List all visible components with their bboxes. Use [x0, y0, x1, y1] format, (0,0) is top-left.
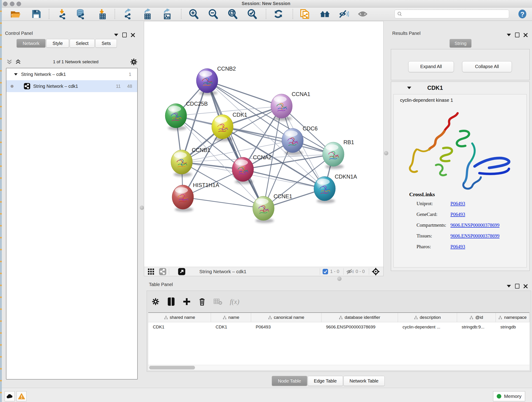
zoom-in-icon[interactable]: [188, 9, 199, 19]
search-input[interactable]: [403, 11, 504, 17]
table-options-gear-icon[interactable]: [152, 298, 160, 306]
fit-selected-crosshair-icon[interactable]: [371, 267, 380, 276]
close-panel-icon[interactable]: [524, 33, 528, 37]
column-header-namespace[interactable]: namespace: [496, 313, 530, 322]
scrollbar-thumb[interactable]: [149, 366, 195, 370]
column-header-database-identifier[interactable]: database identifier: [322, 313, 398, 322]
column-header-name[interactable]: name: [211, 313, 251, 322]
collapse-panel-icon[interactable]: [507, 285, 511, 287]
crosslink-link[interactable]: P06493: [450, 211, 465, 217]
network-row[interactable]: String Network – cdk1 11 48: [6, 80, 137, 92]
table-cell[interactable]: P06493: [251, 322, 322, 332]
network-canvas[interactable]: CCNB2CCNA1CDC25BCDK1CDC6RB1CCNB1CCNA2CDK…: [144, 21, 384, 276]
table-cell[interactable]: 9606.ENSP00000378699: [322, 322, 398, 332]
import-table-icon[interactable]: [96, 9, 107, 19]
network-view-toolbar: String Network – cdk1 1 - 0 0 - 0: [144, 267, 383, 276]
close-panel-icon[interactable]: [131, 33, 135, 37]
tab-network[interactable]: Network: [17, 39, 46, 48]
network-edge-CCNA1-CDC25B[interactable]: [176, 106, 282, 116]
network-node-CDC25B[interactable]: CDC25B: [165, 101, 208, 130]
help-icon[interactable]: ?: [517, 9, 528, 19]
network-node-CDKN1A[interactable]: CDKN1A: [314, 173, 357, 203]
table-cell[interactable]: cyclin-dependent ...: [398, 322, 457, 332]
network-view[interactable]: CCNB2CCNA1CDC25BCDK1CDC6RB1CCNB1CCNA2CDK…: [144, 21, 383, 267]
network-edge-CCNA2-CDKN1A[interactable]: [243, 169, 325, 189]
tab-node-table[interactable]: Node Table: [272, 376, 307, 386]
show-columns-icon[interactable]: [167, 297, 175, 306]
tab-network-table[interactable]: Network Table: [343, 376, 385, 386]
toolbar-separator: [49, 9, 49, 19]
hide-selected-eye-icon[interactable]: [338, 9, 349, 19]
column-header-shared-name[interactable]: shared name: [148, 313, 211, 322]
tab-edge-table[interactable]: Edge Table: [308, 376, 343, 386]
table-cell[interactable]: CDK1: [211, 322, 251, 332]
create-column-icon[interactable]: [183, 298, 191, 306]
zoom-fit-icon[interactable]: [227, 9, 238, 19]
collection-expander-icon[interactable]: [14, 73, 17, 75]
delete-column-icon[interactable]: [198, 297, 206, 306]
collapse-all-tree-icon[interactable]: [15, 59, 22, 65]
tab-sets[interactable]: Sets: [95, 39, 117, 48]
selected-nodes-checkbox-icon[interactable]: [322, 269, 328, 274]
crosslink-link[interactable]: P06493: [450, 201, 465, 206]
column-header-canonical-name[interactable]: canonical name: [251, 313, 322, 322]
tab-string[interactable]: String: [450, 39, 472, 48]
section-expander-icon[interactable]: [407, 87, 411, 89]
expand-all-tree-icon[interactable]: [6, 59, 13, 65]
table-cell[interactable]: CDK1: [148, 322, 211, 332]
network-collection-row[interactable]: String Network – cdk1 1: [6, 68, 137, 80]
expand-all-button[interactable]: Expand All: [408, 61, 454, 72]
export-table-icon[interactable]: [141, 9, 152, 19]
cloud-status-button[interactable]: [5, 391, 15, 401]
network-node-CCNE1[interactable]: CCNE1: [253, 193, 292, 223]
network-node-CCNB1[interactable]: CCNB1: [171, 147, 210, 177]
close-panel-icon[interactable]: [524, 284, 528, 288]
network-node-CCNB2[interactable]: CCNB2: [196, 65, 236, 95]
network-options-gear-icon[interactable]: [130, 58, 138, 66]
collapse-panel-icon[interactable]: [507, 34, 511, 36]
table-cell[interactable]: stringdb:9...: [457, 322, 496, 332]
network-node-CCNA1[interactable]: CCNA1: [271, 91, 310, 121]
network-node-RB1[interactable]: RB1: [323, 139, 354, 169]
tab-style[interactable]: Style: [46, 39, 69, 48]
zoom-selected-icon[interactable]: [247, 9, 257, 19]
warnings-button[interactable]: [17, 391, 27, 401]
open-in-window-icon[interactable]: [178, 268, 186, 275]
crosslink-link[interactable]: 9606.ENSP00000378699: [450, 222, 500, 228]
memory-button[interactable]: Memory: [493, 391, 525, 401]
import-network-icon[interactable]: [57, 9, 67, 19]
node-section-header[interactable]: CDK1: [391, 82, 530, 94]
right-splitter-handle[interactable]: [384, 151, 388, 155]
export-network-icon[interactable]: [122, 9, 133, 19]
table-cell[interactable]: stringdb: [496, 322, 530, 332]
network-edge-HIST1H1A-CCNE1[interactable]: [183, 197, 264, 208]
home-icon[interactable]: [320, 9, 330, 19]
collapse-all-button[interactable]: Collapse All: [462, 61, 512, 72]
network-node-HIST1H1A[interactable]: HIST1H1A: [172, 182, 219, 212]
float-panel-icon[interactable]: [122, 32, 127, 37]
float-panel-icon[interactable]: [515, 32, 519, 37]
open-session-icon[interactable]: [10, 9, 21, 19]
refresh-icon[interactable]: [273, 9, 284, 19]
column-header-description[interactable]: description: [398, 313, 457, 322]
crosslink-link[interactable]: P06493: [450, 244, 465, 249]
table-row[interactable]: CDK1CDK1P064939606.ENSP00000378699cyclin…: [148, 322, 530, 332]
clone-network-icon[interactable]: [299, 9, 310, 19]
show-all-eye-icon[interactable]: [358, 9, 368, 19]
table-horizontal-scrollbar[interactable]: [148, 365, 530, 370]
save-session-icon[interactable]: [31, 9, 41, 19]
bottom-splitter-handle[interactable]: [337, 277, 342, 281]
birds-eye-view-icon[interactable]: [147, 268, 155, 275]
import-database-icon[interactable]: [75, 9, 86, 19]
crosslink-link[interactable]: 9606.ENSP00000378699: [450, 233, 500, 239]
export-image-icon[interactable]: [161, 9, 171, 19]
column-header-@id[interactable]: @id: [457, 313, 496, 322]
zoom-out-icon[interactable]: [208, 9, 218, 19]
string-app-icon[interactable]: [159, 268, 167, 275]
left-splitter-handle[interactable]: [140, 206, 144, 210]
network-node-CCNA2[interactable]: CCNA2: [232, 154, 272, 184]
float-panel-icon[interactable]: [515, 284, 519, 288]
network-edge-CCNB2-CCNE1[interactable]: [207, 81, 264, 208]
tab-select[interactable]: Select: [70, 39, 95, 48]
collapse-panel-icon[interactable]: [114, 34, 118, 36]
